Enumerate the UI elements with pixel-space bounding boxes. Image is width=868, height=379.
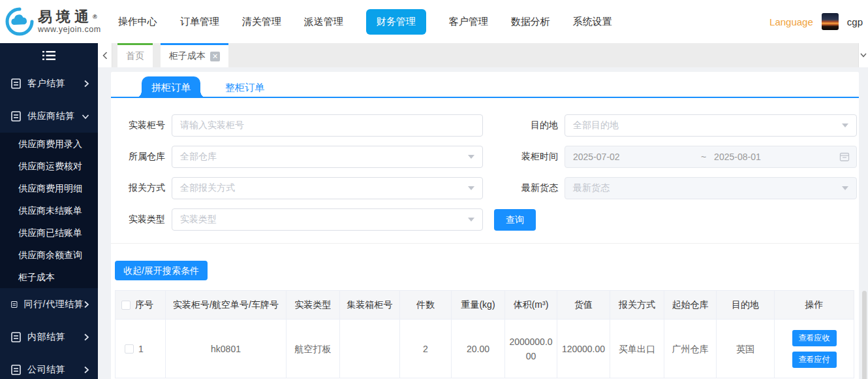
tabs-dropdown-button[interactable] bbox=[858, 43, 868, 67]
caret-down-icon bbox=[468, 186, 474, 190]
document-icon bbox=[11, 299, 18, 310]
view-receivable-button[interactable]: 查看应收 bbox=[792, 330, 837, 346]
nav-item[interactable]: 财务管理 bbox=[366, 9, 426, 35]
sidebar-item-label: 客户结算 bbox=[27, 78, 65, 90]
nav-item[interactable]: 派送管理 bbox=[304, 16, 343, 28]
sidebar-subitem[interactable]: 供应商未结账单 bbox=[0, 199, 98, 222]
row-seq: 1 bbox=[138, 342, 144, 356]
nav-item[interactable]: 系统设置 bbox=[573, 16, 612, 28]
caret-down-icon bbox=[842, 124, 848, 127]
sidebar-item[interactable]: 公司结算 bbox=[0, 354, 98, 379]
document-icon bbox=[11, 78, 21, 89]
customs-type-select[interactable]: 全部报关方式 bbox=[172, 177, 483, 199]
table-header-row: 序号实装柜号/航空单号/车牌号实装类型集装箱柜号件数重量(kg)体积(m³)货值… bbox=[116, 291, 854, 320]
date-separator: ~ bbox=[698, 152, 709, 162]
table-cell: 120000.00 bbox=[557, 320, 610, 378]
load-time-range-picker[interactable]: 2025-07-02 ~ 2025-08-01 bbox=[565, 146, 857, 168]
tab-fcl-orders[interactable]: 整柜订单 bbox=[215, 76, 274, 98]
table-header-cell: 报关方式 bbox=[610, 291, 664, 320]
main-nav: 操作中心订单管理清关管理派送管理财务管理客户管理数据分析系统设置 bbox=[118, 9, 612, 35]
select-all-checkbox[interactable] bbox=[121, 301, 131, 310]
sidebar-item[interactable]: 供应商结算 bbox=[0, 100, 98, 133]
latest-status-select[interactable]: 最新货态 bbox=[565, 177, 857, 199]
table-row: 1hk0801航空打板220.002000000.000120000.00买单出… bbox=[116, 320, 854, 378]
document-icon bbox=[11, 332, 21, 342]
table-header-cell: 重量(kg) bbox=[452, 291, 505, 320]
nav-item[interactable]: 清关管理 bbox=[242, 16, 281, 28]
sidebar-item[interactable]: 内部结算 bbox=[0, 321, 98, 354]
sidebar-subitem[interactable]: 供应商运费核对 bbox=[0, 155, 98, 177]
sidebar-subitem[interactable]: 供应商费用明细 bbox=[0, 177, 98, 199]
menu-list-icon bbox=[42, 50, 55, 61]
tab-close-icon[interactable]: ✕ bbox=[210, 52, 220, 61]
toggle-search-button[interactable]: 收起/展开搜索条件 bbox=[115, 261, 208, 280]
table-cell: 航空打板 bbox=[287, 320, 340, 378]
tab-home[interactable]: 首页 bbox=[117, 43, 153, 67]
tabs-underline bbox=[111, 97, 859, 98]
document-icon bbox=[11, 365, 21, 375]
user-avatar[interactable] bbox=[822, 13, 839, 30]
username[interactable]: cgp bbox=[847, 16, 863, 27]
caret-down-icon bbox=[468, 155, 474, 159]
language-switch[interactable]: Language bbox=[769, 16, 813, 27]
nav-item[interactable]: 客户管理 bbox=[449, 16, 488, 28]
main-area: 首页 柜子成本 ✕ 拼柜订单 整柜订单 实装柜号 请输入实装柜号 目的地 全部目… bbox=[98, 43, 868, 379]
chevron-right-icon bbox=[84, 366, 89, 374]
sidebar-menu: 客户结算供应商结算供应商费用录入供应商运费核对供应商费用明细供应商未结账单供应商… bbox=[0, 67, 98, 379]
content-card: 拼柜订单 整柜订单 实装柜号 请输入实装柜号 目的地 全部目的地 所属仓库 全部… bbox=[111, 72, 859, 379]
container-no-label: 实装柜号 bbox=[111, 120, 165, 131]
latest-status-label: 最新货态 bbox=[483, 182, 558, 194]
tab-cabinet-cost-label: 柜子成本 bbox=[169, 50, 206, 62]
chevron-left-icon bbox=[102, 52, 108, 59]
table-header-cell: 实装柜号/航空单号/车牌号 bbox=[166, 291, 287, 320]
form-row: 所属仓库 全部仓库 装柜时间 2025-07-02 ~ 2025-08-01 bbox=[111, 146, 859, 168]
sidebar-subitem[interactable]: 供应商费用录入 bbox=[0, 133, 98, 155]
load-type-select[interactable]: 实装类型 bbox=[172, 208, 483, 231]
calendar-icon bbox=[839, 152, 850, 162]
collapse-menu-button[interactable] bbox=[0, 43, 98, 67]
nav-item[interactable]: 订单管理 bbox=[180, 16, 219, 28]
form-row: 实装柜号 请输入实装柜号 目的地 全部目的地 bbox=[111, 114, 859, 137]
table-header-cell: 实装类型 bbox=[287, 291, 340, 320]
warehouse-select[interactable]: 全部仓库 bbox=[172, 146, 483, 168]
chevron-right-icon bbox=[84, 333, 89, 341]
tab-cabinet-cost[interactable]: 柜子成本 ✕ bbox=[161, 43, 228, 67]
chevron-right-icon bbox=[84, 80, 89, 88]
logo: 易境通® www.yejoin.com bbox=[0, 7, 101, 36]
sidebar-item[interactable]: 同行/代理结算 bbox=[0, 288, 98, 321]
table-cell: 广州仓库 bbox=[664, 320, 717, 378]
tab-lcl-orders[interactable]: 拼柜订单 bbox=[142, 76, 200, 98]
window-scrollbar[interactable] bbox=[862, 67, 867, 379]
container-no-input[interactable]: 请输入实装柜号 bbox=[172, 114, 483, 137]
sidebar-subitem[interactable]: 柜子成本 bbox=[0, 266, 98, 288]
table-header-cell: 目的地 bbox=[717, 291, 775, 320]
destination-select[interactable]: 全部目的地 bbox=[565, 114, 857, 137]
customs-type-value: 全部报关方式 bbox=[180, 182, 235, 194]
nav-item[interactable]: 操作中心 bbox=[118, 16, 157, 28]
table-cell: 买单出口 bbox=[610, 320, 664, 378]
header-label: 序号 bbox=[135, 299, 153, 311]
sidebar-item-label: 内部结算 bbox=[27, 331, 65, 343]
table-cell-actions: 查看应收查看应付 bbox=[775, 320, 854, 378]
warehouse-value: 全部仓库 bbox=[180, 151, 217, 163]
sidebar-subitem[interactable]: 供应商已结账单 bbox=[0, 222, 98, 244]
row-checkbox[interactable] bbox=[125, 344, 134, 354]
query-button[interactable]: 查询 bbox=[494, 209, 536, 231]
orders-table: 序号实装柜号/航空单号/车牌号实装类型集装箱柜号件数重量(kg)体积(m³)货值… bbox=[115, 290, 854, 378]
view-payable-button[interactable]: 查看应付 bbox=[792, 352, 837, 368]
customs-type-label: 报关方式 bbox=[111, 182, 165, 194]
nav-item[interactable]: 数据分析 bbox=[511, 16, 550, 28]
sidebar-subitem[interactable]: 供应商余额查询 bbox=[0, 244, 98, 266]
form-divider bbox=[111, 243, 859, 244]
document-icon bbox=[11, 111, 21, 122]
header-right: Language cgp bbox=[769, 13, 868, 30]
load-type-value: 实装类型 bbox=[180, 214, 217, 225]
sidebar: 客户结算供应商结算供应商费用录入供应商运费核对供应商费用明细供应商未结账单供应商… bbox=[0, 43, 98, 379]
brand-name: 易境通® bbox=[38, 9, 101, 25]
load-time-label: 装柜时间 bbox=[483, 151, 558, 163]
table-cell: 2000000.000 bbox=[505, 320, 557, 378]
scrollbar-thumb[interactable] bbox=[862, 291, 867, 379]
sidebar-item[interactable]: 客户结算 bbox=[0, 67, 98, 100]
tabs-scroll-left-button[interactable] bbox=[98, 43, 112, 67]
order-type-tabs: 拼柜订单 整柜订单 bbox=[111, 72, 859, 98]
